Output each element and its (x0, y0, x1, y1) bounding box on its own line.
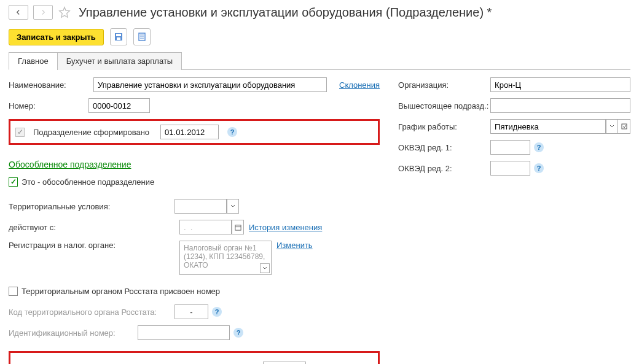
tax-value-box: Налоговый орган №1 (1234), КПП 123456789… (179, 241, 272, 275)
history-link[interactable]: История изменения (249, 223, 322, 232)
org-label: Организация: (398, 80, 490, 90)
name-input[interactable] (93, 77, 327, 92)
calendar-icon (235, 224, 241, 231)
highlight-disbanded: Подразделение расформировано и не исполь… (9, 351, 380, 364)
open-icon (621, 123, 627, 130)
help-icon[interactable]: ? (534, 142, 544, 152)
declensions-link[interactable]: Склонения (339, 80, 380, 90)
ident-input[interactable] (138, 325, 230, 340)
separate-checkbox[interactable]: ✓ (9, 177, 18, 187)
forward-button[interactable] (33, 5, 53, 20)
number-input[interactable] (88, 98, 150, 113)
okved1-input[interactable] (490, 140, 530, 155)
schedule-input[interactable] (490, 119, 606, 134)
disbanded-date-input[interactable] (263, 362, 306, 364)
svg-rect-2 (117, 37, 120, 40)
number-label: Номер: (9, 101, 88, 110)
arrow-right-icon (39, 8, 47, 17)
parent-label: Вышестоящее подразд.: (398, 101, 490, 110)
valid-from-input[interactable] (179, 220, 232, 234)
stat-code-input[interactable] (174, 304, 208, 319)
tax-label: Регистрация в налог. органе: (9, 241, 174, 250)
help-icon[interactable]: ? (227, 127, 237, 137)
page-title: Управление установки и эксплуатации обор… (79, 6, 492, 20)
okved1-label: ОКВЭД ред. 1: (398, 143, 490, 152)
save-and-close-button[interactable]: Записать и закрыть (9, 29, 104, 45)
chevron-down-icon (230, 204, 235, 209)
favorite-star[interactable] (58, 6, 71, 19)
schedule-label: График работы: (398, 122, 490, 131)
formed-label: Подразделение сформировано (33, 128, 149, 137)
okved2-input[interactable] (490, 161, 530, 176)
org-input[interactable] (490, 77, 630, 92)
valid-from-calendar-button[interactable] (232, 220, 244, 234)
list-button[interactable] (133, 28, 151, 45)
help-icon[interactable]: ? (233, 328, 243, 338)
highlight-formed: ✓ Подразделение сформировано ? (9, 119, 380, 145)
change-link[interactable]: Изменить (276, 241, 313, 250)
ident-label: Идентификационный номер: (9, 328, 138, 338)
list-icon (137, 32, 147, 42)
back-button[interactable] (9, 5, 28, 20)
arrow-left-icon (14, 8, 23, 17)
stat-assigned-label: Территориальным органом Росстата присвое… (22, 287, 220, 296)
help-icon[interactable]: ? (534, 163, 544, 173)
name-label: Наименование: (9, 80, 88, 90)
separate-label: Это - обособленное подразделение (22, 177, 154, 187)
okved2-label: ОКВЭД ред. 2: (398, 164, 490, 173)
floppy-icon (114, 32, 123, 42)
svg-rect-9 (622, 124, 627, 129)
parent-input[interactable] (490, 98, 630, 113)
svg-rect-1 (116, 34, 121, 36)
stat-code-label: Код территориального органа Росстата: (9, 308, 174, 317)
tab-main[interactable]: Главное (9, 52, 58, 70)
territory-dropdown-button[interactable] (227, 199, 239, 214)
help-icon[interactable]: ? (212, 307, 222, 317)
save-button[interactable] (110, 28, 127, 45)
territory-label: Территориальные условия: (9, 202, 174, 211)
schedule-open-button[interactable] (618, 119, 630, 134)
tax-dropdown-button[interactable] (260, 263, 270, 273)
schedule-dropdown-button[interactable] (606, 119, 618, 134)
svg-rect-7 (235, 225, 240, 230)
formed-date-input[interactable] (160, 125, 219, 139)
territory-input[interactable] (174, 199, 227, 214)
chevron-down-icon (610, 124, 614, 129)
star-icon (58, 6, 71, 18)
formed-checkbox: ✓ (15, 128, 25, 137)
valid-from-label: действуют с: (9, 223, 174, 232)
tax-value: Налоговый орган №1 (1234), КПП 123456789… (184, 244, 265, 269)
chevron-down-icon (262, 266, 267, 271)
stat-assigned-checkbox[interactable] (9, 287, 18, 296)
section-separate[interactable]: Обособленное подразделение (9, 160, 131, 169)
tab-accounting[interactable]: Бухучет и выплата зарплаты (57, 52, 182, 70)
